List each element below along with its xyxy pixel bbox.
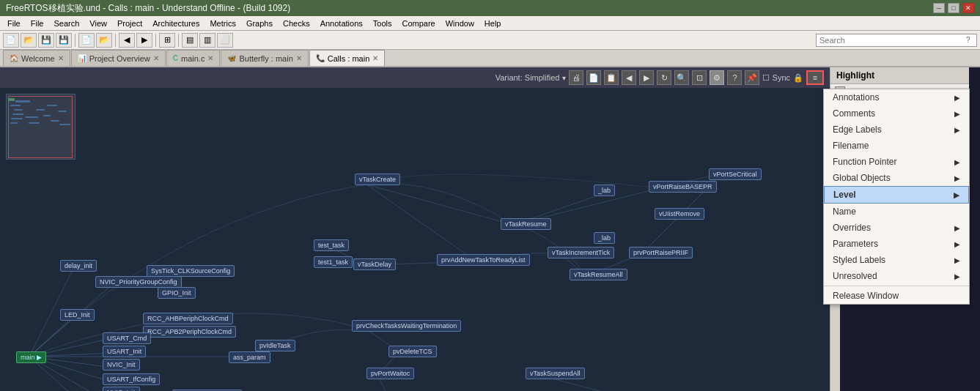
- menu-checks[interactable]: Checks: [279, 18, 314, 29]
- close-button[interactable]: ✕: [962, 3, 974, 13]
- menu-search[interactable]: Search: [49, 18, 84, 29]
- menu-annotations[interactable]: Annotations: [316, 18, 367, 29]
- dropdown-overrides[interactable]: Overrides ▶: [824, 220, 969, 236]
- node-main[interactable]: main ▶: [16, 351, 46, 363]
- menu-file[interactable]: File: [3, 18, 25, 29]
- open-button[interactable]: 📂: [21, 33, 37, 48]
- menu-edit[interactable]: File: [26, 18, 48, 29]
- dropdown-annotations[interactable]: Annotations ▶: [824, 89, 969, 105]
- node-vtask-create[interactable]: vTaskCreate: [355, 174, 400, 185]
- node-vtask-resume[interactable]: vTaskResume: [501, 218, 551, 230]
- menu-graphs[interactable]: Graphs: [242, 18, 277, 29]
- dropdown-filename[interactable]: Filename: [824, 138, 969, 154]
- tab-project-close[interactable]: ✕: [153, 54, 159, 62]
- node-prvport-raise[interactable]: prvPortRaisePRIIF: [629, 247, 693, 258]
- dropdown-release-window[interactable]: Release Window: [824, 288, 969, 304]
- minimap-viewport[interactable]: [8, 96, 73, 158]
- dropdown-name[interactable]: Name: [824, 204, 969, 220]
- node-vuilistremove[interactable]: vUIistRemove: [655, 208, 704, 220]
- menu-project[interactable]: Project: [113, 18, 147, 29]
- node-prv-check[interactable]: prvCheckTasksWaitingTermination: [352, 320, 461, 332]
- forward-graph-button[interactable]: ▶: [639, 70, 654, 85]
- copy-button[interactable]: 📋: [604, 70, 619, 85]
- open2-button[interactable]: 📂: [96, 33, 112, 48]
- node-led-init[interactable]: LED_Init: [60, 309, 95, 321]
- tab-main-c[interactable]: C main.c ✕: [166, 50, 221, 66]
- node-vtask-suspend[interactable]: vTaskSuspendAll: [526, 368, 585, 379]
- node-delay-init[interactable]: delay_init: [60, 260, 97, 272]
- tab-calls-close[interactable]: ✕: [372, 54, 378, 62]
- forward-button[interactable]: ▶: [136, 33, 152, 48]
- zoom-in-button[interactable]: 🔍: [674, 70, 689, 85]
- menu-help[interactable]: Help: [480, 18, 506, 29]
- node-gpio-init[interactable]: GPIO_Init: [158, 287, 196, 299]
- node-lab1[interactable]: _lab: [594, 185, 615, 196]
- chevron-down-icon[interactable]: ▾: [562, 74, 566, 82]
- dropdown-comments[interactable]: Comments ▶: [824, 105, 969, 122]
- dropdown-function-pointer[interactable]: Function Pointer ▶: [824, 154, 969, 170]
- tab-main-c-close[interactable]: ✕: [207, 54, 213, 62]
- node-nvic-priority[interactable]: NVIC_PriorityGroupConfig: [95, 276, 182, 288]
- node-pvIdle[interactable]: pvIdleTask: [255, 340, 295, 351]
- new-button[interactable]: 📄: [3, 33, 19, 48]
- node-usart-if[interactable]: USART_IfConfig: [103, 373, 160, 385]
- tab-calls[interactable]: 📞 Calls : main ✕: [309, 50, 385, 66]
- node-usart-init[interactable]: USART_Init: [103, 346, 146, 357]
- menu-architectures[interactable]: Architectures: [148, 18, 204, 29]
- tab-button[interactable]: ⬜: [217, 33, 233, 48]
- dropdown-styled-labels[interactable]: Styled Labels ▶: [824, 252, 969, 268]
- menu-metrics[interactable]: Metrics: [205, 18, 240, 29]
- node-nvic-init[interactable]: NVIC_Init: [103, 359, 140, 370]
- minimize-button[interactable]: ─: [933, 3, 945, 13]
- node-vtask-resumeall[interactable]: vTaskResumeAll: [570, 269, 627, 280]
- dropdown-edge-labels[interactable]: Edge Labels ▶: [824, 122, 969, 138]
- options-button[interactable]: ⚙: [710, 70, 724, 85]
- node-vtask-delay[interactable]: vTaskDelay: [353, 258, 396, 270]
- tab-project-overview[interactable]: 📊 Project Overview ✕: [71, 50, 166, 66]
- tab-butterfly[interactable]: 🦋 Butterfly : main ✕: [221, 50, 308, 66]
- node-rcc-apb2[interactable]: RCC_APB2PeriphClockCmd: [143, 326, 236, 338]
- tab-welcome-close[interactable]: ✕: [58, 54, 64, 62]
- node-vport-raise[interactable]: vPortRaiseBASEPR: [649, 181, 717, 193]
- layout-button[interactable]: ⊞: [159, 33, 175, 48]
- menu-window[interactable]: Window: [441, 18, 479, 29]
- tab-welcome[interactable]: 🏠 Welcome ✕: [3, 50, 70, 66]
- node-nvic-init2[interactable]: NVIC_Init: [103, 387, 140, 391]
- print-button[interactable]: 🖨: [569, 70, 583, 85]
- export-button[interactable]: 📄: [586, 70, 601, 85]
- node-lab2[interactable]: _lab: [594, 232, 615, 244]
- menu-tools[interactable]: Tools: [369, 18, 397, 29]
- tab-butterfly-close[interactable]: ✕: [296, 54, 302, 62]
- node-ass-param[interactable]: ass_param: [229, 351, 270, 363]
- node-pvportwait[interactable]: pvPortWaitoc: [366, 368, 414, 379]
- dropdown-global-objects[interactable]: Global Objects ▶: [824, 170, 969, 186]
- dropdown-level[interactable]: Level ▶: [824, 186, 969, 204]
- zoom-fit-button[interactable]: ⊡: [692, 70, 707, 85]
- new2-button[interactable]: 📄: [78, 33, 95, 48]
- search-input[interactable]: [819, 36, 966, 45]
- save-button[interactable]: 💾: [38, 33, 54, 48]
- refresh-button[interactable]: ↻: [657, 70, 671, 85]
- menu-view[interactable]: View: [85, 18, 111, 29]
- node-pv-delete[interactable]: pvDeleteTCS: [388, 346, 437, 357]
- node-vport-set[interactable]: vPortSeCritical: [709, 168, 762, 180]
- node-test-task[interactable]: test_task: [314, 239, 349, 251]
- maximize-button[interactable]: □: [948, 3, 959, 13]
- back-button[interactable]: ◀: [119, 33, 135, 48]
- menu-compare[interactable]: Compare: [397, 18, 439, 29]
- tile-h-button[interactable]: ▤: [182, 33, 198, 48]
- save-all-button[interactable]: 💾: [56, 33, 72, 48]
- tile-v-button[interactable]: ▥: [199, 33, 215, 48]
- pin-button[interactable]: 📌: [745, 70, 759, 85]
- node-rcc-ahb[interactable]: RCC_AHBPeriphClockCmd: [143, 313, 233, 324]
- node-vtask-incr[interactable]: vTaskIncrementTick: [548, 247, 614, 258]
- help-graph-button[interactable]: ?: [727, 70, 742, 85]
- dropdown-unresolved[interactable]: Unresolved ▶: [824, 268, 969, 284]
- node-test1-task[interactable]: test1_task: [314, 256, 353, 268]
- node-prv-add-task[interactable]: prvAddNewTaskToReadyList: [437, 254, 530, 266]
- graph-area[interactable]: Variant: Simplified ▾ 🖨 📄 📋 ◀ ▶ ↻ 🔍 ⊡ ⚙ …: [0, 67, 830, 391]
- menu-graph-button[interactable]: ≡: [806, 70, 824, 85]
- back-graph-button[interactable]: ◀: [622, 70, 636, 85]
- node-systick[interactable]: SysTick_CLKSourceConfig: [147, 265, 235, 277]
- dropdown-parameters[interactable]: Parameters ▶: [824, 236, 969, 252]
